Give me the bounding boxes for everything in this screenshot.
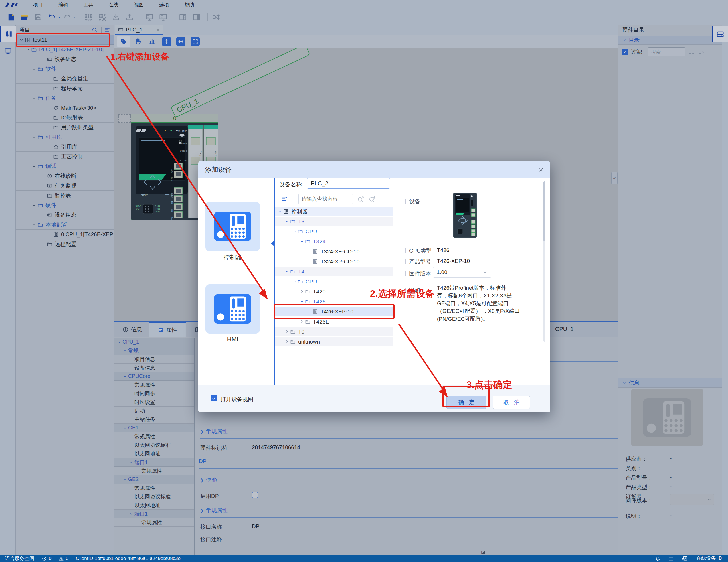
client-id: ClientID-1dffd0b1-edee-48ff-86a1-a249ebf… — [76, 556, 181, 561]
firmware-label: 固件版本 — [409, 270, 431, 277]
app-window: 项目编辑工具在线视图选项帮助 ▾▾ 项目 test11PLC_1[T426E-X… — [0, 0, 728, 562]
catalog-item-T426E[interactable]: T426E — [275, 317, 393, 327]
caret-icon[interactable] — [278, 209, 282, 213]
cancel-button[interactable]: 取 消 — [493, 396, 530, 409]
device-name-input[interactable] — [307, 178, 390, 189]
catalog-item-T426-XEP-10[interactable]: T426-XEP-10 — [275, 307, 393, 317]
device-name-label: 设备名称 — [279, 181, 302, 188]
caret-icon[interactable] — [285, 340, 289, 344]
catalog-item-控制器[interactable]: 控制器 — [275, 207, 393, 216]
category-controller[interactable] — [205, 202, 260, 251]
cpu-type-value: T426 — [437, 247, 449, 253]
warning-icon — [59, 556, 64, 561]
online-devices-count: 0 — [719, 555, 722, 561]
dialog-title: 添加设备 — [198, 161, 550, 178]
catalog-item-T324[interactable]: T324 — [275, 237, 393, 246]
warnings-count: 0 — [66, 556, 68, 561]
device-catalog-tree: 控制器T3CPUT324T324-XE-CD-10T324-XP-CD-10T4… — [275, 207, 393, 348]
caret-icon[interactable] — [300, 239, 304, 243]
open-device-view-label: 打开设备视图 — [221, 396, 253, 403]
folder-icon — [290, 219, 296, 224]
sort-icon[interactable] — [281, 195, 288, 202]
caret-icon[interactable] — [300, 320, 304, 324]
add-device-dialog: 添加设备 控制器 HMI 设备名称 控制器T3CPUT324T324-XE-CD… — [198, 161, 550, 412]
close-dialog-icon[interactable] — [537, 166, 545, 174]
catalog-item-T426[interactable]: T426 — [275, 297, 393, 306]
folder-icon — [290, 329, 296, 335]
errors-icon — [42, 556, 47, 561]
catalog-item-unknown[interactable]: unknown — [275, 337, 393, 347]
bell-icon[interactable] — [655, 556, 661, 561]
search-up-icon[interactable] — [357, 195, 365, 203]
language-service-status: 语言服务空闲 — [5, 555, 34, 562]
caret-icon[interactable] — [300, 290, 304, 294]
caret-icon[interactable] — [292, 229, 297, 233]
cpu-type-label: CPU类型 — [409, 247, 432, 254]
category-hmi[interactable] — [205, 284, 260, 334]
catalog-item-T420[interactable]: T420 — [275, 287, 393, 296]
online-devices-icon[interactable] — [681, 555, 688, 562]
device-icon — [312, 309, 318, 315]
device-icon — [312, 249, 318, 254]
category-hmi-label: HMI — [205, 336, 260, 343]
sort-icon[interactable] — [281, 195, 288, 202]
online-devices-label: 在线设备 — [696, 555, 716, 561]
window-icon[interactable] — [668, 556, 674, 561]
folder-icon — [305, 289, 310, 294]
folder-icon — [290, 339, 296, 345]
catalog-item-T324-XE-CD-10[interactable]: T324-XE-CD-10 — [275, 247, 393, 256]
device-section-label: |设备 — [405, 198, 420, 205]
device-description: T426带Profinet版本，标准外壳，标配6个网口，X1,X2,X3是GE端… — [437, 284, 534, 323]
dialog-scrollbar[interactable] — [543, 181, 545, 342]
open-device-view-checkbox[interactable] — [211, 395, 217, 401]
close-dialog-icon[interactable] — [538, 167, 544, 173]
catalog-item-T324-XP-CD-10[interactable]: T324-XP-CD-10 — [275, 257, 393, 266]
window-icon[interactable] — [668, 556, 674, 561]
ok-button[interactable]: 确 定 — [446, 396, 486, 409]
catalog-item-CPU[interactable]: CPU — [275, 227, 393, 236]
notifications-icon[interactable] — [655, 556, 661, 561]
catalog-item-CPU[interactable]: CPU — [275, 277, 393, 286]
catalog-item-T4[interactable]: T4 — [275, 267, 393, 276]
dialog-footer: 打开设备视图 确 定 取 消 — [198, 385, 550, 412]
caret-icon[interactable] — [285, 330, 289, 334]
folder-icon — [305, 319, 310, 325]
caret-icon[interactable] — [300, 300, 304, 304]
check-icon — [212, 396, 216, 401]
folder-icon — [305, 239, 310, 244]
search-up-icon[interactable] — [357, 195, 365, 203]
folder-icon — [298, 279, 303, 284]
warnings-icon — [59, 556, 64, 561]
search-down-icon[interactable] — [369, 195, 376, 203]
errors-count: 0 — [49, 556, 51, 561]
category-controller-label: 控制器 — [205, 253, 260, 261]
folder-icon — [305, 299, 310, 304]
caret-icon[interactable] — [285, 219, 289, 223]
device-preview-image — [453, 193, 477, 238]
caret-icon[interactable] — [285, 269, 289, 274]
status-bar: 语言服务空闲 0 0 ClientID-1dffd0b1-edee-48ff-8… — [0, 555, 728, 562]
plc-icon — [283, 209, 289, 214]
caret-icon[interactable] — [292, 279, 297, 284]
desc-label: 说明 — [409, 287, 420, 295]
model-label: 产品型号 — [409, 258, 431, 265]
chevron-down-icon — [482, 270, 488, 275]
error-icon — [42, 556, 47, 561]
catalog-item-T0[interactable]: T0 — [275, 327, 393, 337]
model-value: T426-XEP-10 — [437, 258, 470, 264]
folder-icon — [290, 269, 296, 274]
search-down-icon[interactable] — [369, 195, 376, 203]
online-devices[interactable]: 在线设备 0 — [695, 555, 723, 562]
catalog-item-T3[interactable]: T3 — [275, 217, 393, 226]
firmware-version-select[interactable]: 1.00 — [433, 267, 491, 278]
device-check-icon[interactable] — [681, 555, 688, 562]
folder-icon — [298, 229, 303, 234]
device-icon — [312, 259, 318, 264]
dialog-search-input[interactable] — [298, 193, 353, 204]
